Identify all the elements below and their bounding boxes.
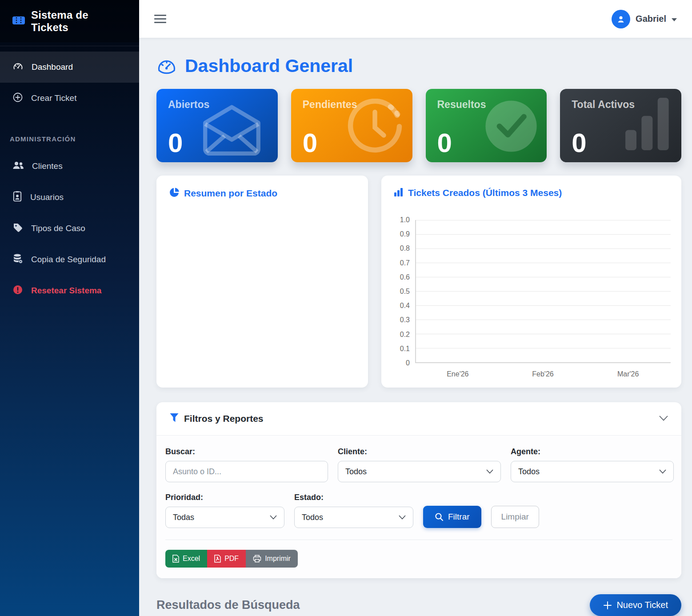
sidebar-item-copia-de-seguridad[interactable]: Copia de Seguridad [0, 244, 139, 275]
printer-icon [253, 555, 261, 563]
sidebar-item-crear-ticket[interactable]: Crear Ticket [0, 83, 139, 114]
stat-value: 0 [437, 128, 452, 158]
panel-title: Resumen por Estado [184, 188, 277, 199]
divider [0, 46, 139, 46]
search-input[interactable] [165, 461, 328, 482]
nuevo-ticket-button[interactable]: Nuevo Ticket [590, 594, 681, 616]
limpiar-button[interactable]: Limpiar [491, 506, 539, 528]
sidebar-item-label: Usuarios [30, 192, 64, 202]
check-circle-icon [484, 100, 538, 155]
results-title: Resultados de Búsqueda [156, 598, 300, 612]
database-gear-icon [12, 253, 23, 266]
filter-row-1: Buscar: Cliente: Todos Agente: [165, 447, 672, 482]
sidebar-item-resetear-sistema[interactable]: Resetear Sistema [0, 275, 139, 306]
chevron-down-icon [270, 515, 277, 520]
caret-down-icon [672, 18, 677, 21]
sidebar-item-clientes[interactable]: Clientes [0, 151, 139, 182]
filters-header[interactable]: Filtros y Reportes [156, 402, 681, 436]
panel-title: Tickets Creados (Últimos 3 Meses) [408, 188, 562, 198]
id-badge-icon [12, 191, 22, 204]
cliente-label: Cliente: [338, 447, 501, 456]
cliente-select[interactable]: Todos [338, 461, 501, 482]
stat-card-resueltos[interactable]: Resueltos 0 [426, 89, 547, 162]
chart-gridline [416, 320, 671, 320]
sidebar-item-usuarios[interactable]: Usuarios [0, 182, 139, 213]
sidebar-item-tipos-de-caso[interactable]: Tipos de Caso [0, 213, 139, 244]
user-menu[interactable]: Gabriel [612, 10, 677, 28]
chart-plot-area [415, 220, 671, 363]
hamburger-menu-icon[interactable] [154, 15, 166, 23]
sidebar-item-dashboard[interactable]: Dashboard [0, 52, 139, 83]
main-area: Gabriel Dashboard General [139, 0, 692, 616]
chart-gridline [416, 234, 671, 235]
estado-label: Estado: [294, 493, 413, 502]
export-button-group: Excel PDF [165, 550, 298, 568]
chart-x-tick-label: Mar'26 [617, 370, 639, 378]
clock-icon [347, 99, 403, 156]
stat-card-abiertos[interactable]: Abiertos 0 [156, 89, 278, 162]
panel-tickets-creados: Tickets Creados (Últimos 3 Meses) 1.00.9… [381, 176, 681, 388]
chart-y-tick-label: 0.2 [388, 331, 410, 339]
chart-y-tick-label: 0.7 [388, 259, 410, 267]
brand-title: Sistema de Tickets [31, 9, 128, 34]
chart-gridline [416, 263, 671, 263]
stat-value: 0 [303, 128, 317, 158]
brand[interactable]: Sistema de Tickets [0, 0, 139, 42]
stat-card-total-activos[interactable]: Total Activos 0 [560, 89, 681, 162]
bar-chart-icon [625, 98, 670, 152]
search-icon [435, 512, 444, 521]
sidebar-item-label: Tipos de Caso [31, 224, 85, 233]
chart-y-tick-label: 0.3 [388, 316, 410, 324]
stat-card-pendientes[interactable]: Pendientes 0 [291, 89, 412, 162]
tag-icon [12, 222, 23, 235]
chart-gridline [416, 348, 671, 348]
chart-gridline [416, 220, 671, 220]
pdf-button[interactable]: PDF [207, 550, 246, 568]
estado-select[interactable]: Todos [294, 507, 413, 528]
bar-chart-icon [394, 187, 404, 199]
stat-cards: Abiertos 0 Pendientes [156, 89, 681, 162]
prioridad-select[interactable]: Todas [165, 507, 284, 528]
chart-gridline [416, 305, 671, 306]
filtrar-button[interactable]: Filtrar [423, 506, 481, 528]
stat-value: 0 [168, 128, 183, 158]
file-pdf-icon [214, 555, 221, 563]
sidebar: Sistema de Tickets Dashboard [0, 0, 139, 616]
sidebar-section-label: ADMINISTRACIÓN [10, 135, 139, 143]
chevron-down-icon [659, 469, 666, 474]
chevron-down-icon [399, 515, 406, 520]
filters-body: Buscar: Cliente: Todos Agente: [156, 436, 681, 578]
panel-resumen-por-estado: Resumen por Estado [156, 176, 368, 388]
excel-button[interactable]: Excel [165, 550, 207, 568]
users-icon [12, 160, 24, 172]
sidebar-item-label: Resetear Sistema [31, 286, 101, 296]
pie-chart-icon [169, 187, 180, 200]
sidebar-nav: Dashboard Crear Ticket ADMINISTRACIÓN [0, 52, 139, 306]
chevron-down-icon[interactable] [659, 415, 668, 423]
results-row: Resultados de Búsqueda Nuevo Ticket [156, 594, 681, 616]
chart-y-tick-label: 0.9 [388, 230, 410, 238]
chart-gridline [416, 291, 671, 292]
plus-circle-icon [12, 92, 23, 105]
chart-y-tick-label: 1.0 [388, 216, 410, 224]
sidebar-item-label: Clientes [32, 161, 63, 171]
agente-label: Agente: [511, 447, 674, 456]
file-excel-icon [172, 555, 179, 563]
chart-y-tick-label: 0.8 [388, 244, 410, 252]
chart-panels: Resumen por Estado Tickets Cr [156, 176, 681, 388]
funnel-icon [170, 413, 179, 424]
filters-title: Filtros y Reportes [184, 413, 264, 424]
chart-gridline [416, 248, 671, 249]
content: Dashboard General Abiertos 0 [139, 38, 692, 616]
divider [165, 540, 672, 540]
chart-x-tick-label: Ene'26 [447, 370, 468, 378]
exclamation-circle-icon [12, 284, 23, 297]
filters-card: Filtros y Reportes Buscar: Cliente: [156, 402, 681, 578]
chart-x-tick-label: Feb'26 [532, 370, 553, 378]
imprimir-button[interactable]: Imprimir [246, 550, 298, 568]
prioridad-label: Prioridad: [165, 493, 284, 502]
avatar [612, 10, 630, 28]
envelope-open-icon [193, 102, 271, 160]
chart-y-tick-label: 0.1 [388, 345, 410, 353]
agente-select[interactable]: Todos [511, 461, 674, 482]
